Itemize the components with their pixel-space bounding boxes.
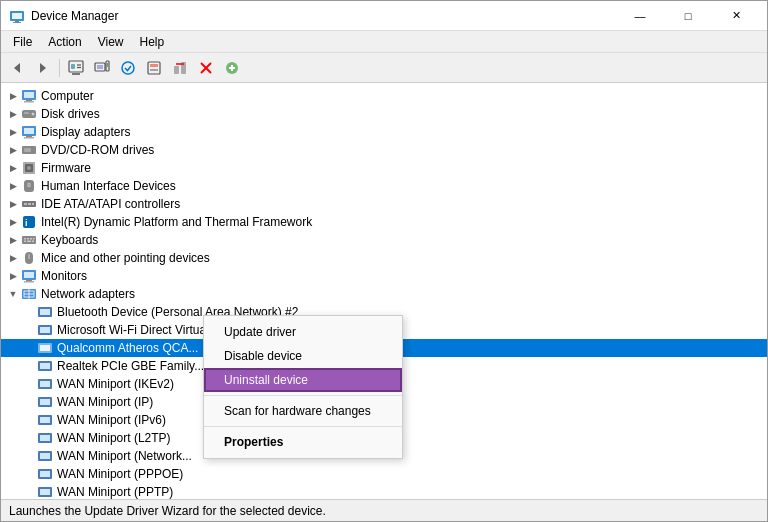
- toolbar-sep-1: [59, 59, 60, 77]
- ctx-update-driver[interactable]: Update driver: [204, 320, 402, 344]
- computer-icon: [21, 88, 37, 104]
- menu-file[interactable]: File: [5, 33, 40, 51]
- ctx-disable-device[interactable]: Disable device: [204, 344, 402, 368]
- qualcomm-icon: [37, 340, 53, 356]
- title-bar-icon: [9, 8, 25, 24]
- toolbar-add-legacy[interactable]: [220, 56, 244, 80]
- svg-rect-19: [174, 66, 179, 74]
- expand-computer[interactable]: ▶: [5, 88, 21, 104]
- tree-label-display-adapters: Display adapters: [41, 125, 130, 139]
- tree-item-dvd[interactable]: ▶ DVD/CD-ROM drives: [1, 141, 767, 159]
- context-menu: Update driver Disable device Uninstall d…: [203, 315, 403, 459]
- ctx-properties[interactable]: Properties: [204, 430, 402, 454]
- minimize-button[interactable]: —: [617, 1, 663, 31]
- menu-help[interactable]: Help: [132, 33, 173, 51]
- toolbar-event-viewer[interactable]: [116, 56, 140, 80]
- svg-rect-91: [40, 489, 50, 495]
- expand-wan-pptp: [21, 484, 37, 499]
- expand-network[interactable]: ▼: [5, 286, 21, 302]
- svg-marker-4: [14, 63, 20, 73]
- tree-item-wan-pppoe[interactable]: WAN Miniport (PPPOE): [1, 465, 767, 483]
- svg-rect-64: [26, 280, 32, 281]
- ctx-separator-2: [204, 426, 402, 427]
- svg-rect-28: [24, 92, 34, 98]
- menu-action[interactable]: Action: [40, 33, 89, 51]
- tree-label-computer: Computer: [41, 89, 94, 103]
- tree-label-mice: Mice and other pointing devices: [41, 251, 210, 265]
- svg-rect-7: [71, 64, 75, 69]
- expand-wan-ikev2: [21, 376, 37, 392]
- expand-ide[interactable]: ▶: [5, 196, 21, 212]
- tree-item-keyboards[interactable]: ▶ Keyboards: [1, 231, 767, 249]
- expand-wan-l2tp: [21, 430, 37, 446]
- ctx-scan-changes[interactable]: Scan for hardware changes: [204, 399, 402, 423]
- expand-mice[interactable]: ▶: [5, 250, 21, 266]
- toolbar-disable[interactable]: [168, 56, 192, 80]
- tree-item-ide[interactable]: ▶ IDE ATA/ATAPI controllers: [1, 195, 767, 213]
- device-manager-window: Device Manager — □ ✕ File Action View He…: [0, 0, 768, 522]
- tree-item-firmware[interactable]: ▶ Firmware: [1, 159, 767, 177]
- title-text: Device Manager: [31, 9, 118, 23]
- firmware-icon: [21, 160, 37, 176]
- disk-drives-icon: [21, 106, 37, 122]
- wan-ip-icon: [37, 394, 53, 410]
- ide-icon: [21, 196, 37, 212]
- tree-item-hid[interactable]: ▶ Human Interface Devices: [1, 177, 767, 195]
- tree-item-disk-drives[interactable]: ▶ Disk drives: [1, 105, 767, 123]
- tree-item-intel[interactable]: ▶ i Intel(R) Dynamic Platform and Therma…: [1, 213, 767, 231]
- expand-keyboards[interactable]: ▶: [5, 232, 21, 248]
- wan-pppoe-icon: [37, 466, 53, 482]
- keyboard-icon: [21, 232, 37, 248]
- tree-label-intel: Intel(R) Dynamic Platform and Thermal Fr…: [41, 215, 312, 229]
- svg-rect-73: [40, 327, 50, 333]
- svg-rect-63: [24, 272, 34, 278]
- menu-bar: File Action View Help: [1, 31, 767, 53]
- title-bar: Device Manager — □ ✕: [1, 1, 767, 31]
- maximize-button[interactable]: □: [665, 1, 711, 31]
- tree-item-monitors[interactable]: ▶ Monitors: [1, 267, 767, 285]
- svg-rect-36: [26, 136, 32, 137]
- tree-item-computer[interactable]: ▶ Computer: [1, 87, 767, 105]
- close-button[interactable]: ✕: [713, 1, 759, 31]
- svg-rect-52: [22, 236, 36, 244]
- network-adapters-icon: [21, 286, 37, 302]
- menu-view[interactable]: View: [90, 33, 132, 51]
- svg-rect-77: [40, 363, 50, 369]
- realtek-icon: [37, 358, 53, 374]
- title-bar-left: Device Manager: [9, 8, 118, 24]
- svg-rect-12: [97, 65, 103, 69]
- toolbar-update[interactable]: [142, 56, 166, 80]
- svg-text:i: i: [25, 218, 28, 228]
- tree-view[interactable]: ▶ Computer ▶: [1, 83, 767, 499]
- toolbar-back[interactable]: [5, 56, 29, 80]
- toolbar-properties[interactable]: [64, 56, 88, 80]
- expand-wifi-direct: [21, 322, 37, 338]
- expand-dvd[interactable]: ▶: [5, 142, 21, 158]
- expand-display[interactable]: ▶: [5, 124, 21, 140]
- expand-intel[interactable]: ▶: [5, 214, 21, 230]
- svg-rect-37: [24, 137, 34, 139]
- svg-point-32: [32, 113, 35, 116]
- svg-rect-83: [40, 417, 50, 423]
- tree-label-wan-l2tp: WAN Miniport (L2TP): [57, 431, 171, 445]
- tree-label-wan-ipv6: WAN Miniport (IPv6): [57, 413, 166, 427]
- toolbar-forward[interactable]: [31, 56, 55, 80]
- mice-icon: [21, 250, 37, 266]
- expand-hid[interactable]: ▶: [5, 178, 21, 194]
- tree-item-mice[interactable]: ▶ Mice and other pointing devices: [1, 249, 767, 267]
- expand-disk[interactable]: ▶: [5, 106, 21, 122]
- tree-item-network-adapters[interactable]: ▼ Network adapters: [1, 285, 767, 303]
- tree-label-realtek: Realtek PCIe GBE Family...: [57, 359, 204, 373]
- toolbar-scan[interactable]: [90, 56, 114, 80]
- tree-item-display-adapters[interactable]: ▶ Display adapters: [1, 123, 767, 141]
- toolbar-uninstall[interactable]: [194, 56, 218, 80]
- expand-firmware[interactable]: ▶: [5, 160, 21, 176]
- wan-network-icon: [37, 448, 53, 464]
- expand-monitors[interactable]: ▶: [5, 268, 21, 284]
- svg-point-42: [27, 166, 31, 170]
- tree-label-firmware: Firmware: [41, 161, 91, 175]
- status-text: Launches the Update Driver Wizard for th…: [9, 504, 326, 518]
- tree-label-wan-pppoe: WAN Miniport (PPPOE): [57, 467, 183, 481]
- ctx-uninstall-device[interactable]: Uninstall device: [204, 368, 402, 392]
- tree-item-wan-pptp[interactable]: WAN Miniport (PPTP): [1, 483, 767, 499]
